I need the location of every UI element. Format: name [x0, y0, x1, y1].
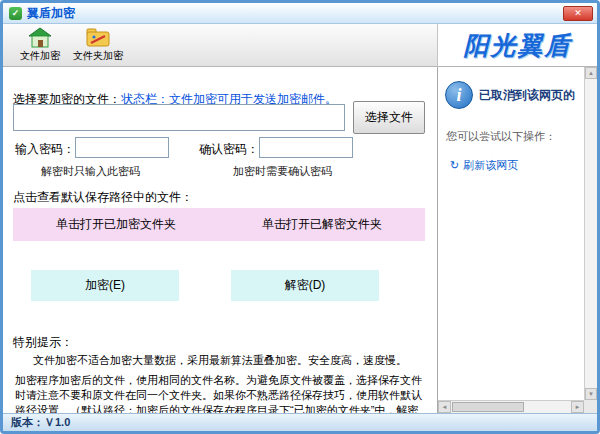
password-hint: 解密时只输入此密码 [41, 164, 140, 179]
toolbar-item-label: 文件夹加密 [69, 49, 127, 63]
confirm-password-input[interactable] [259, 137, 353, 158]
error-title: 已取消到该网页的 [479, 87, 584, 104]
scroll-right-button[interactable]: ► [571, 401, 584, 413]
scroll-down-button[interactable]: ▼ [585, 388, 597, 400]
scrollbar-corner [584, 400, 597, 413]
close-button[interactable]: ✕ [563, 6, 593, 21]
browser-content: i 已取消到该网页的 您可以尝试以下操作： ↻刷新该网页 [438, 67, 584, 400]
scroll-left-button[interactable]: ◄ [438, 401, 451, 413]
browser-panel: i 已取消到该网页的 您可以尝试以下操作： ↻刷新该网页 ▲ ▼ ◄ ► [437, 67, 597, 413]
refresh-icon: ↻ [450, 159, 459, 171]
app-window: ✓ 翼盾加密 ✕ 文件加密 文件夹加密 [0, 0, 600, 434]
toolbar-left: 文件加密 文件夹加密 [3, 24, 437, 67]
encrypt-button[interactable]: 加密(E) [31, 270, 179, 301]
window-title: 翼盾加密 [27, 5, 75, 22]
scroll-up-button[interactable]: ▲ [585, 67, 597, 79]
refresh-link[interactable]: 刷新该网页 [463, 159, 518, 171]
open-encrypted-folder-button[interactable]: 单击打开已加密文件夹 [13, 208, 219, 241]
confirm-password-label: 确认密码： [199, 141, 259, 158]
default-path-label: 点击查看默认保存路径中的文件： [13, 189, 193, 206]
statusbar: 版本：Ｖ1.0 [3, 413, 597, 431]
vertical-scrollbar[interactable]: ▲ ▼ [584, 67, 597, 400]
default-folders-bar: 单击打开已加密文件夹 单击打开已解密文件夹 [13, 208, 425, 241]
info-icon: i [445, 81, 473, 109]
toolbar-right: 阳光翼盾 [437, 24, 597, 67]
main-panel: 选择要加密的文件：状态栏：文件加密可用于发送加密邮件。 选择文件 输入密码： 确… [3, 67, 437, 413]
file-path-input[interactable] [13, 104, 345, 131]
decrypt-button[interactable]: 解密(D) [231, 270, 379, 301]
toolbar-item-folder-encrypt[interactable]: 文件夹加密 [69, 27, 127, 65]
open-decrypted-folder-button[interactable]: 单击打开已解密文件夹 [219, 208, 425, 241]
tip-line-1: 文件加密不适合加密大量数据，采用最新算法重叠加密。安全度高，速度慢。 [33, 353, 407, 368]
paint-folder-icon [86, 27, 110, 48]
app-icon: ✓ [9, 7, 22, 20]
toolbar: 文件加密 文件夹加密 阳光翼盾 [3, 24, 597, 67]
toolbar-item-label: 文件加密 [11, 49, 69, 63]
scrollbar-thumb[interactable] [452, 402, 524, 412]
choose-file-button[interactable]: 选择文件 [353, 101, 425, 134]
confirm-password-hint: 加密时需要确认密码 [233, 164, 332, 179]
password-label: 输入密码： [15, 141, 75, 158]
titlebar[interactable]: ✓ 翼盾加密 ✕ [3, 3, 597, 24]
toolbar-item-file-encrypt[interactable]: 文件加密 [11, 27, 69, 65]
horizontal-scrollbar[interactable]: ◄ ► [438, 400, 584, 413]
password-input[interactable] [75, 137, 169, 158]
version-label: 版本：Ｖ1.0 [11, 416, 70, 428]
refresh-row[interactable]: ↻刷新该网页 [450, 155, 518, 173]
suggestion-text: 您可以尝试以下操作： [446, 129, 556, 144]
brand-logo: 阳光翼盾 [464, 29, 572, 62]
tips-title: 特别提示： [13, 334, 73, 351]
house-icon [28, 27, 52, 48]
